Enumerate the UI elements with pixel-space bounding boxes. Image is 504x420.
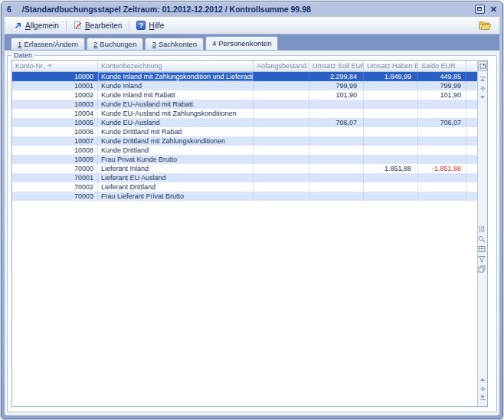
cell-anfangsbestand[interactable]: [254, 109, 309, 118]
titlebar[interactable]: 6 /Standardbuchungsstapel Zeitraum: 01.2…: [2, 2, 502, 16]
table-row[interactable]: 10009 Frau Privat Kunde Brutto: [12, 155, 477, 164]
table-row[interactable]: 10000 Kunde Inland mit Zahlungskondition…: [12, 72, 477, 81]
search-button[interactable]: [478, 235, 487, 243]
filter-button[interactable]: [478, 255, 487, 263]
cell-saldo[interactable]: [418, 182, 466, 192]
table-row[interactable]: 70000 Lieferant Inland 1.851,88 -1.851,8…: [12, 164, 477, 173]
cell-kontenbezeichnung[interactable]: Lieferant EU Ausland: [98, 173, 254, 182]
cell-konto-nr[interactable]: 10001: [12, 81, 98, 90]
cell-saldo[interactable]: [418, 155, 466, 164]
table-row[interactable]: 10002 Kunde Inland mit Rabatt 101,90 101…: [12, 90, 477, 100]
cell-umsatz-soll[interactable]: [309, 127, 364, 136]
cell-kontenbezeichnung[interactable]: Kunde Inland: [98, 81, 254, 90]
table-row[interactable]: 10001 Kunde Inland 799,99 799,99: [12, 81, 477, 90]
menu-item-hilfe[interactable]: ? Hilfe: [133, 19, 167, 31]
cell-umsatz-haben[interactable]: [364, 182, 418, 192]
cell-saldo[interactable]: -1.851,88: [418, 164, 466, 173]
folder-button[interactable]: [477, 19, 493, 31]
cell-saldo[interactable]: [418, 100, 466, 109]
export-button[interactable]: [478, 265, 487, 273]
cell-anfangsbestand[interactable]: [254, 146, 309, 155]
cell-umsatz-haben[interactable]: 1.849,99: [364, 72, 418, 81]
table-row[interactable]: 10006 Kunde Drittland mit Rabatt: [12, 127, 477, 136]
cell-umsatz-haben[interactable]: [364, 100, 418, 109]
column-header-kontenbezeichnung[interactable]: Kontenbezeichnung: [98, 61, 254, 71]
cell-konto-nr[interactable]: 10008: [12, 146, 98, 155]
cell-anfangsbestand[interactable]: [254, 72, 309, 81]
cell-saldo[interactable]: [418, 192, 466, 201]
cell-kontenbezeichnung[interactable]: Kunde Inland mit Zahlungskondition und L…: [98, 72, 254, 81]
cell-umsatz-haben[interactable]: [364, 118, 418, 127]
cell-umsatz-haben[interactable]: [364, 127, 418, 136]
cell-konto-nr[interactable]: 10000: [12, 72, 98, 81]
cell-anfangsbestand[interactable]: [254, 173, 309, 182]
cell-konto-nr[interactable]: 10009: [12, 155, 98, 164]
cell-saldo[interactable]: [418, 127, 466, 136]
cell-umsatz-haben[interactable]: [364, 192, 418, 201]
cell-kontenbezeichnung[interactable]: Lieferant Drittland: [98, 182, 254, 192]
table-row[interactable]: 10005 Kunde EU-Ausland 706,07 706,07: [12, 118, 477, 127]
cell-umsatz-soll[interactable]: 101,90: [309, 90, 364, 100]
column-header-umsatz-soll[interactable]: Umsatz Soll EUR: [309, 61, 364, 71]
cell-konto-nr[interactable]: 10005: [12, 118, 98, 127]
cell-konto-nr[interactable]: 70001: [12, 173, 98, 182]
cell-anfangsbestand[interactable]: [254, 81, 309, 90]
cell-kontenbezeichnung[interactable]: Kunde Drittland mit Zahlungskonditionen: [98, 136, 254, 146]
cell-kontenbezeichnung[interactable]: Kunde Drittland: [98, 146, 254, 155]
cell-kontenbezeichnung[interactable]: Kunde Drittland mit Rabatt: [98, 127, 254, 136]
table-row[interactable]: 10008 Kunde Drittland: [12, 146, 477, 155]
cell-kontenbezeichnung[interactable]: Kunde Inland mit Rabatt: [98, 90, 254, 100]
cell-anfangsbestand[interactable]: [254, 164, 309, 173]
restore-button[interactable]: [475, 5, 485, 14]
column-header-anfangsbestand[interactable]: Anfangsbestand EUR: [254, 61, 309, 71]
scroll-up-button[interactable]: [479, 376, 487, 383]
cell-umsatz-soll[interactable]: [309, 173, 364, 182]
cell-anfangsbestand[interactable]: [254, 90, 309, 100]
cell-umsatz-soll[interactable]: [309, 136, 364, 146]
column-header-konto-nr[interactable]: Konto-Nr.: [12, 61, 98, 71]
table-row[interactable]: 70002 Lieferant Drittland: [12, 182, 477, 192]
cell-umsatz-soll[interactable]: [309, 146, 364, 155]
cell-umsatz-soll[interactable]: [309, 182, 364, 192]
cell-umsatz-haben[interactable]: [364, 90, 418, 100]
cell-umsatz-haben[interactable]: 1.851,88: [364, 164, 418, 173]
cell-saldo[interactable]: [418, 146, 466, 155]
cell-umsatz-haben[interactable]: [364, 136, 418, 146]
tab-personenkonten[interactable]: 4Personenkonten: [205, 36, 279, 50]
tab-sachkonten[interactable]: 3Sachkonten: [145, 38, 203, 50]
cell-umsatz-soll[interactable]: [309, 192, 364, 201]
cell-saldo[interactable]: [418, 136, 466, 146]
cell-saldo[interactable]: [418, 173, 466, 182]
cell-anfangsbestand[interactable]: [254, 136, 309, 146]
cell-kontenbezeichnung[interactable]: Kunde EU-Ausland: [98, 118, 254, 127]
cell-umsatz-soll[interactable]: [309, 155, 364, 164]
cell-anfangsbestand[interactable]: [254, 182, 309, 192]
menu-item-bearbeiten[interactable]: Bearbeiten: [70, 19, 125, 31]
cell-anfangsbestand[interactable]: [254, 192, 309, 201]
column-header-umsatz-haben[interactable]: Umsatz Haben EUR: [364, 61, 418, 71]
table-row[interactable]: 10007 Kunde Drittland mit Zahlungskondit…: [12, 136, 477, 146]
cell-kontenbezeichnung[interactable]: Kunde EU-Ausland mit Zahlungskonditionen: [98, 109, 254, 118]
table-row[interactable]: 10004 Kunde EU-Ausland mit Zahlungskondi…: [12, 109, 477, 118]
menu-item-allgemein[interactable]: Allgemein: [11, 20, 62, 31]
tab-erfassen-aendern[interactable]: 1Erfassen/Ändern: [11, 38, 85, 50]
cell-kontenbezeichnung[interactable]: Frau Privat Kunde Brutto: [98, 155, 254, 164]
cell-anfangsbestand[interactable]: [254, 155, 309, 164]
cell-konto-nr[interactable]: 10004: [12, 109, 98, 118]
close-button[interactable]: ✕: [490, 5, 497, 14]
cell-umsatz-haben[interactable]: [364, 146, 418, 155]
column-header-saldo[interactable]: Saldo EUR: [418, 61, 466, 71]
cell-umsatz-soll[interactable]: [309, 164, 364, 173]
cell-saldo[interactable]: 706,07: [418, 118, 466, 127]
cell-saldo[interactable]: 449,85: [418, 72, 466, 81]
cell-umsatz-haben[interactable]: [364, 81, 418, 90]
cell-umsatz-soll[interactable]: 2.299,84: [309, 72, 364, 81]
cell-umsatz-soll[interactable]: 706,07: [309, 118, 364, 127]
cell-anfangsbestand[interactable]: [254, 118, 309, 127]
cell-kontenbezeichnung[interactable]: Frau Lieferant Privat Brutto: [98, 192, 254, 201]
cell-saldo[interactable]: [418, 109, 466, 118]
cell-konto-nr[interactable]: 70002: [12, 182, 98, 192]
scroll-first-button[interactable]: [479, 75, 487, 83]
cell-konto-nr[interactable]: 10007: [12, 136, 98, 146]
cell-konto-nr[interactable]: 10002: [12, 90, 98, 100]
